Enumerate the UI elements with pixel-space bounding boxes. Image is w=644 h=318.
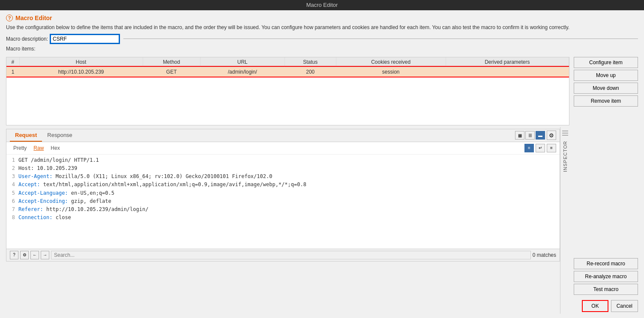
code-line: 3User-Agent: Mozilla/5.0 (X11; Linux x86… [10,172,556,181]
gear-settings-btn[interactable]: ⚙ [547,131,556,140]
inspector-label: INSPECTOR [563,141,568,172]
table-row[interactable]: 1http://10.10.205.239GET/admin/login/200… [6,67,569,77]
macro-items-table: # Host Method URL Status Cookies receive… [6,57,569,77]
code-line: 8Connection: close [10,214,556,222]
tab-response[interactable]: Response [42,129,78,142]
code-line: 4Accept: text/html,application/xhtml+xml… [10,181,556,189]
move-up-button[interactable]: Move up [574,70,638,81]
configure-item-button[interactable]: Configure item [574,57,638,68]
search-input[interactable] [51,251,531,259]
col-host: Host [19,57,143,67]
code-area: 1GET /admin/login/ HTTP/1.12Host: 10.10.… [6,155,560,249]
tabs-row: Request Response ▦ ☰ ▬ ⚙ [6,129,560,142]
wrap-text-btn[interactable]: ≡ [524,144,534,152]
header-title: ? Macro Editor [6,15,638,21]
description-line [123,39,638,39]
newline-btn[interactable]: ↵ [536,144,545,152]
search-bar: ? ⚙ ← → 0 matches [6,249,560,261]
help-icon[interactable]: ? [6,15,13,21]
description-text: Use the configuration below to define th… [6,24,638,31]
tab-request[interactable]: Request [10,129,42,142]
macro-items-label: Macro items: [6,46,638,52]
search-prev-btn[interactable]: ← [30,251,39,259]
re-analyze-macro-button[interactable]: Re-analyze macro [574,271,638,282]
col-derived: Derived parameters [446,57,569,67]
re-record-macro-button[interactable]: Re-record macro [574,258,638,269]
sub-tab-hex[interactable]: Hex [47,144,63,152]
lines-btn[interactable]: ≡ [547,144,556,152]
ok-cancel-row: OK Cancel [574,297,638,314]
remove-item-button[interactable]: Remove item [574,95,638,107]
macro-description-input[interactable] [51,35,119,43]
search-next-btn[interactable]: → [41,251,49,259]
table-header-row: # Host Method URL Status Cookies receive… [6,57,569,67]
search-matches: 0 matches [533,252,556,258]
col-url: URL [200,57,285,67]
inspector-panel: INSPECTOR [560,127,569,314]
test-macro-button[interactable]: Test macro [574,284,638,295]
code-line: 6Accept-Encoding: gzip, deflate [10,197,556,205]
col-status: Status [285,57,336,67]
search-settings-icon[interactable]: ⚙ [20,251,29,259]
code-line: 2Host: 10.10.205.239 [10,164,556,172]
cancel-button[interactable]: Cancel [611,300,638,312]
col-cookies: Cookies received [336,57,446,67]
move-down-button[interactable]: Move down [574,83,638,94]
code-line: 7Referer: http://10.10.205.239/admin/log… [10,205,556,214]
sub-tab-raw[interactable]: Raw [30,144,47,152]
search-help-icon[interactable]: ? [10,251,18,259]
title-bar-label: Macro Editor [306,2,338,8]
right-panel: Configure item Move up Move down Remove … [569,57,638,314]
code-line: 1GET /admin/login/ HTTP/1.1 [10,156,556,164]
col-num: # [6,57,19,67]
code-line: 5Accept-Language: en-US,en;q=0.5 [10,189,556,197]
title-bar: Macro Editor [0,0,644,10]
view-rect-btn[interactable]: ▬ [536,131,545,140]
sub-tab-pretty[interactable]: Pretty [10,144,30,152]
ok-button[interactable]: OK [582,300,608,312]
view-dash-btn[interactable]: ☰ [525,131,535,140]
sub-tabs-row: Pretty Raw Hex ≡ ↵ ≡ [6,142,560,155]
macro-description-label: Macro description: [6,36,48,42]
view-grid-btn[interactable]: ▦ [515,131,524,140]
macro-editor-title: Macro Editor [15,15,52,21]
macro-items-table-container: # Host Method URL Status Cookies receive… [6,57,569,125]
col-method: Method [143,57,200,67]
request-response-panel: Request Response ▦ ☰ ▬ ⚙ Pretty [6,129,560,262]
